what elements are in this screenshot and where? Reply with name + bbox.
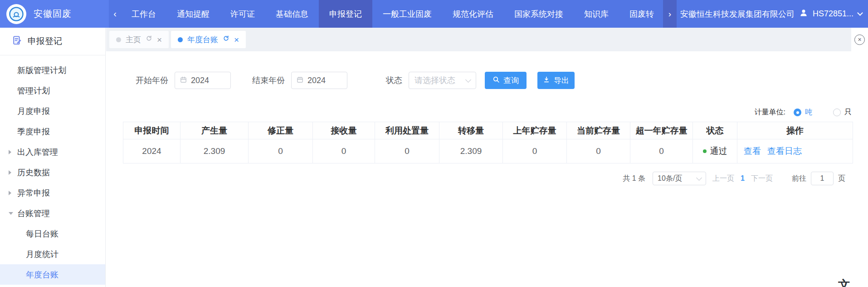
collapsed-arrow-icon [9,150,11,154]
declaration-doc-icon [12,35,22,48]
nav-item-waste-transfer[interactable]: 固废转 [619,0,663,28]
cell-received: 0 [313,139,375,163]
filter-bar: 开始年份 结束年份 状态 请选择状态 [136,72,868,89]
goto-page-input[interactable] [811,172,834,185]
unit-option-piece[interactable]: 只 [833,108,852,117]
tab-strip: 主页 × 年度台账 × × [106,28,868,51]
nav-item-workbench[interactable]: 工作台 [121,0,166,28]
nav-item-basic-info[interactable]: 基础信息 [265,0,319,28]
sidebar-item-abnormal-declare[interactable]: 异常申报 [0,183,105,203]
nav-item-notifications[interactable]: 通知提醒 [166,0,220,28]
page-size-select[interactable]: 10条/页 [653,172,706,185]
cell-prev-year-storage: 0 [503,139,567,163]
ledger-table-wrap: 申报时间 产生量 修正量 接收量 利用处置量 转移量 上年贮存量 当前贮存量 超… [123,122,852,163]
nav-menu: 工作台 通知提醒 许可证 基础信息 申报登记 一般工业固废 规范化评估 国家系统… [121,0,663,28]
refresh-icon[interactable] [146,35,152,44]
tab-annual-ledger[interactable]: 年度台账 × [171,31,246,48]
close-all-tabs-button[interactable]: × [851,28,868,51]
sidebar-menu: 新版管理计划 管理计划 月度申报 季度申报 出入库管理 历史数据 异常申报 台账… [0,55,105,285]
top-navbar: 安徽固废 ‹ 工作台 通知提醒 许可证 基础信息 申报登记 一般工业固废 规范化… [0,0,868,28]
sidebar-item-monthly-stats[interactable]: 月度统计 [0,244,105,264]
sidebar-item-inout-warehouse[interactable]: 出入库管理 [0,142,105,162]
nav-item-standard-assessment[interactable]: 规范化评估 [442,0,504,28]
view-link[interactable]: 查看 [744,146,761,156]
pagination: 共 1 条 10条/页 上一页 1 下一页 前往 页 [106,172,845,185]
collapsed-arrow-icon [9,170,11,175]
nav-item-declaration[interactable]: 申报登记 [319,0,372,28]
end-year-input[interactable] [307,76,342,85]
sidebar-item-mgmt-plan[interactable]: 管理计划 [0,80,105,101]
close-icon[interactable]: × [234,35,239,44]
status-green-dot-icon [703,149,707,153]
col-received: 接收量 [313,122,375,139]
chevron-down-icon [696,175,702,181]
status-label: 状态 [386,75,402,86]
export-button-label: 导出 [554,75,569,86]
radio-selected-icon[interactable] [794,109,801,116]
radio-unselected-icon[interactable] [833,109,841,116]
navbar-user-area: 安徽恒生科技发展集团有限公司 HS72851... [677,8,868,20]
current-page-button[interactable]: 1 [741,174,745,183]
sidebar-item-daily-ledger[interactable]: 每日台账 [0,223,105,244]
sidebar-item-new-mgmt-plan[interactable]: 新版管理计划 [0,60,105,80]
download-icon [543,76,550,85]
status-badge: 通过 [710,146,727,156]
export-button[interactable]: 导出 [537,72,575,89]
company-name: 安徽恒生科技发展集团有限公司 [680,9,795,20]
unit-option-label: 吨 [805,108,812,117]
nav-item-general-industrial-waste[interactable]: 一般工业固废 [372,0,442,28]
end-year-label: 结束年份 [252,75,285,86]
cell-utilized-disposed: 0 [375,139,439,163]
end-year-field[interactable] [291,72,347,89]
username[interactable]: HS72851... [813,9,853,19]
nav-item-license[interactable]: 许可证 [220,0,265,28]
sidebar-item-label: 出入库管理 [17,147,58,158]
nav-item-knowledge-base[interactable]: 知识库 [574,0,619,28]
calendar-icon [180,76,187,85]
sidebar-item-quarterly-declare[interactable]: 季度申报 [0,121,105,142]
sidebar-title: 申报登记 [28,35,62,47]
col-prev-year-storage: 上年贮存量 [503,122,567,139]
col-over-one-year-storage: 超一年贮存量 [630,122,693,139]
circled-close-icon: × [854,35,865,45]
search-icon [493,76,500,85]
view-log-link[interactable]: 查看日志 [767,146,802,156]
close-icon[interactable]: × [157,35,162,44]
tab-home[interactable]: 主页 × [109,31,169,48]
status-select[interactable]: 请选择状态 [409,72,476,89]
col-utilized-disposed: 利用处置量 [375,122,439,139]
floating-widget-partial-glyph[interactable]: 文 [838,277,850,287]
tab-status-dot [178,37,183,42]
expanded-arrow-icon [9,212,13,215]
sidebar-item-label: 异常申报 [17,188,50,198]
tab-label: 主页 [126,35,141,45]
unit-option-ton[interactable]: 吨 [794,108,812,117]
cell-current-storage: 0 [567,139,630,163]
user-menu-chevron-down-icon[interactable] [857,10,863,16]
next-page-button[interactable]: 下一页 [751,174,773,183]
col-status: 状态 [693,122,737,139]
sidebar-item-annual-ledger[interactable]: 年度台账 [0,264,105,285]
page-size-value: 10条/页 [658,174,682,183]
goto-suffix: 页 [838,174,845,183]
sidebar: 申报登记 新版管理计划 管理计划 月度申报 季度申报 出入库管理 历史数据 异常… [0,28,106,287]
start-year-field[interactable] [175,72,231,89]
unit-label: 计量单位: [755,108,785,117]
nav-overflow-chevron-icon[interactable]: › [663,0,677,28]
sidebar-item-history-data[interactable]: 历史数据 [0,162,105,183]
col-actions: 操作 [737,122,853,139]
refresh-icon[interactable] [223,35,229,44]
cell-corrected: 0 [249,139,313,163]
nav-collapse-icon[interactable]: ‹ [109,0,121,28]
goto-prefix: 前往 [792,174,806,183]
col-declare-time: 申报时间 [123,122,180,139]
start-year-label: 开始年份 [136,75,168,86]
search-button[interactable]: 查询 [485,72,527,89]
prev-page-button[interactable]: 上一页 [712,174,734,183]
sidebar-item-ledger-mgmt[interactable]: 台账管理 [0,203,105,223]
start-year-input[interactable] [191,76,226,85]
sidebar-item-monthly-declare[interactable]: 月度申报 [0,101,105,121]
search-button-label: 查询 [503,75,519,86]
nav-item-national-system[interactable]: 国家系统对接 [504,0,574,28]
sidebar-item-label: 历史数据 [17,167,50,178]
